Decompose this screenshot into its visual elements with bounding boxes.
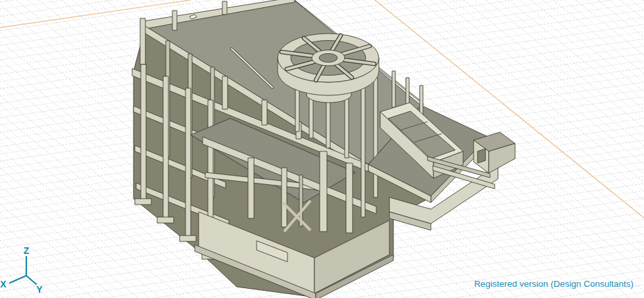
roof-corner-post	[140, 18, 145, 64]
storey-column-large	[320, 151, 327, 232]
roof-post	[172, 11, 177, 30]
tower-column	[361, 81, 365, 217]
frame-footing	[135, 199, 151, 205]
roof-post	[222, 1, 227, 14]
tower-column	[374, 78, 378, 197]
tower-hub-hole	[319, 53, 337, 62]
storey-column	[282, 168, 287, 227]
wing-post	[392, 71, 395, 107]
deck-column	[262, 100, 267, 125]
axis-label-x: X	[0, 279, 7, 289]
frame-footing	[180, 236, 196, 241]
storey-column	[248, 158, 254, 218]
axis-label-z: Z	[24, 245, 30, 256]
deck-column	[222, 76, 228, 109]
viewport-canvas[interactable]: Z X Y Registered version (Design Consult…	[0, 0, 644, 298]
frame-footing	[157, 217, 174, 223]
axis-label-y: Y	[36, 284, 43, 295]
frame-column	[186, 88, 191, 237]
storey-column-large	[346, 163, 353, 233]
frame-column	[163, 76, 168, 218]
discharge-notch	[478, 149, 485, 163]
watermark-text: Registered version (Design Consultants)	[474, 279, 633, 289]
frame-column	[141, 64, 146, 200]
model-3d[interactable]	[132, 0, 515, 298]
